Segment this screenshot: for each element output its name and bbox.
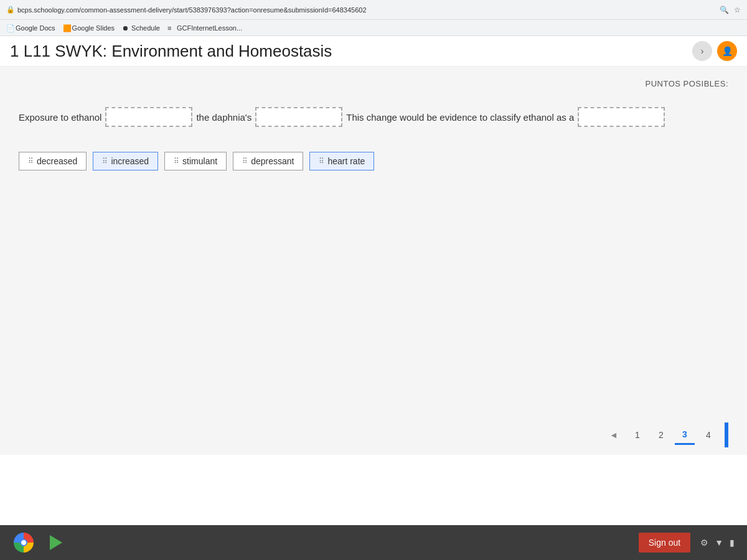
drag-chip-increased[interactable]: ⠿ increased <box>93 152 158 170</box>
sentence-prefix: Exposure to ethanol <box>19 112 101 123</box>
chrome-icon <box>14 533 34 553</box>
page-1-button[interactable]: 1 <box>627 425 647 445</box>
drop-zone-2[interactable] <box>255 107 342 127</box>
page-3-button[interactable]: 3 <box>675 425 695 445</box>
drop-zone-3[interactable] <box>578 107 665 127</box>
bookmark-gcf[interactable]: ≡ GCFInternetLesson... <box>167 24 242 32</box>
drag-label-depressant: depressant <box>251 156 294 166</box>
drag-label-decreased: decreased <box>37 156 77 166</box>
bookmark-google-slides[interactable]: 🟧 Google Slides <box>63 24 115 32</box>
taskbar-right: Sign out ⚙ ▼ ▮ <box>639 533 735 553</box>
drag-handle-depressant: ⠿ <box>242 157 247 166</box>
drag-handle-stimulant: ⠿ <box>174 157 179 166</box>
pagination: ◄ 1 2 3 4 <box>0 415 747 455</box>
main-content: PUNTOS POSIBLES: Exposure to ethanol the… <box>0 67 747 415</box>
drag-label-stimulant: stimulant <box>182 156 217 166</box>
browser-bar: 🔒 bcps.schoology.com/common-assessment-d… <box>0 0 747 20</box>
bookmark-google-docs[interactable]: 📄 Google Docs <box>6 24 55 32</box>
drag-label-increased: increased <box>111 156 149 166</box>
drag-label-heart-rate: heart rate <box>327 156 365 166</box>
wifi-icon: ▼ <box>715 538 723 548</box>
sentence-middle: the daphnia's <box>196 112 251 123</box>
drag-chip-depressant[interactable]: ⠿ depressant <box>233 152 303 170</box>
next-nav-button[interactable]: › <box>692 41 712 61</box>
page-2-button[interactable]: 2 <box>651 425 671 445</box>
bookmark-schedule[interactable]: ⏺ Schedule <box>122 24 160 32</box>
user-avatar[interactable]: 👤 <box>717 41 737 61</box>
drag-chip-stimulant[interactable]: ⠿ stimulant <box>164 152 227 170</box>
play-icon <box>50 535 62 550</box>
page-4-button[interactable]: 4 <box>698 425 718 445</box>
google-docs-icon: 📄 <box>6 24 14 32</box>
bookmarks-bar: 📄 Google Docs 🟧 Google Slides ⏺ Schedule… <box>0 20 747 36</box>
sentence-area: Exposure to ethanol the daphnia's This c… <box>19 107 728 127</box>
battery-icon: ▮ <box>730 538 735 548</box>
drag-items-container: ⠿ decreased ⠿ increased ⠿ stimulant ⠿ de… <box>19 152 728 170</box>
drag-chip-heart-rate[interactable]: ⠿ heart rate <box>309 152 374 170</box>
schedule-icon: ⏺ <box>122 24 129 32</box>
settings-icon[interactable]: ⚙ <box>700 538 708 548</box>
drag-handle-increased: ⠿ <box>102 157 107 166</box>
drag-handle-decreased: ⠿ <box>28 157 33 166</box>
taskbar: Sign out ⚙ ▼ ▮ <box>0 525 747 560</box>
taskbar-sys-icons: ⚙ ▼ ▮ <box>700 538 735 548</box>
prev-page-button[interactable]: ◄ <box>604 425 624 445</box>
drop-zone-1[interactable] <box>105 107 192 127</box>
bookmark-star-icon[interactable]: ☆ <box>734 6 741 14</box>
gcf-icon: ≡ <box>167 24 175 32</box>
chrome-taskbar-icon[interactable] <box>12 531 35 554</box>
drag-chip-decreased[interactable]: ⠿ decreased <box>19 152 87 170</box>
play-taskbar-icon[interactable] <box>44 531 66 554</box>
page-title: 1 L11 SWYK: Environment and Homeostasis <box>10 42 332 61</box>
lock-icon: 🔒 <box>6 6 15 14</box>
page-bar-accent <box>725 422 728 447</box>
sentence-suffix: This change would be evidence to classif… <box>346 112 574 123</box>
chrome-inner-circle <box>20 539 27 546</box>
sign-out-button[interactable]: Sign out <box>639 533 690 553</box>
browser-actions: 🔍 ☆ <box>720 6 741 14</box>
header-controls: › 👤 <box>692 41 737 61</box>
taskbar-left <box>12 531 66 554</box>
browser-url: bcps.schoology.com/common-assessment-del… <box>17 6 720 14</box>
page-header: 1 L11 SWYK: Environment and Homeostasis … <box>0 36 747 67</box>
search-icon[interactable]: 🔍 <box>720 6 729 14</box>
drag-handle-heart-rate: ⠿ <box>319 157 324 166</box>
google-slides-icon: 🟧 <box>63 24 70 32</box>
puntos-posibles-label: PUNTOS POSIBLES: <box>19 79 728 88</box>
